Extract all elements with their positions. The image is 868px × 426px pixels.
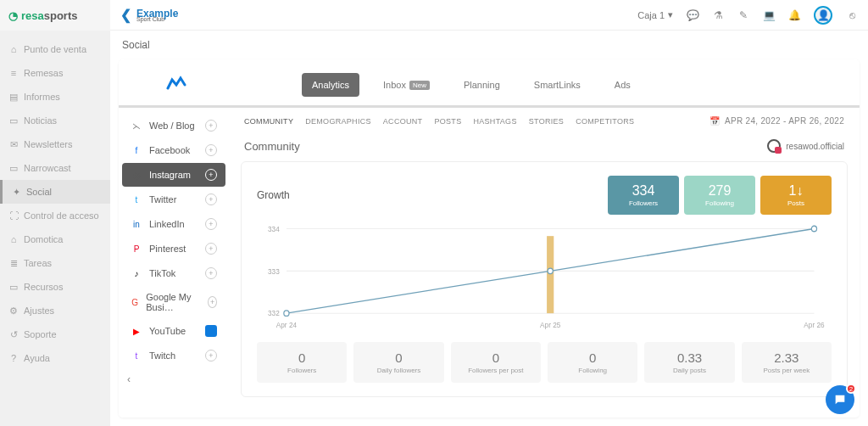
add-icon[interactable]: +: [205, 218, 217, 230]
page-title: Social: [110, 31, 868, 59]
channel-youtube[interactable]: ▶YouTube: [122, 319, 225, 343]
subtab-stories[interactable]: STORIES: [529, 117, 564, 126]
channel-pinterest[interactable]: PPinterest+: [122, 237, 225, 261]
add-icon[interactable]: +: [205, 267, 217, 279]
subtab-competitors[interactable]: COMPETITORS: [576, 117, 634, 126]
subtab-demographics[interactable]: DEMOGRAPHICS: [305, 117, 371, 126]
stat-card-following[interactable]: 279Following: [684, 176, 755, 215]
nav-item-remesas[interactable]: ≡Remesas: [0, 61, 110, 85]
mini-label: Daily posts: [673, 367, 706, 374]
nav-item-narrowcast[interactable]: ▭Narrowcast: [0, 156, 110, 180]
chat-widget[interactable]: 2: [826, 385, 854, 414]
channel-label: Twitter: [149, 194, 176, 205]
nav-item-social[interactable]: ✦Social: [0, 180, 110, 204]
data-point: [284, 311, 289, 317]
data-point: [548, 268, 553, 274]
subtab-posts[interactable]: POSTS: [434, 117, 461, 126]
pencil-icon[interactable]: ✎: [737, 9, 749, 21]
content: COMMUNITYDEMOGRAPHICSACCOUNTPOSTSHASHTAG…: [229, 108, 860, 418]
user-icon: 👤: [817, 9, 830, 21]
calendar-icon: 📅: [709, 116, 720, 126]
nav-icon: ✦: [11, 187, 21, 197]
tab-inbox[interactable]: InboxNew: [373, 73, 440, 97]
channel-icon: ◎: [131, 169, 142, 181]
mini-value: 0: [589, 350, 596, 365]
growth-panel-head: Growth 334Followers279Following1↓Posts: [257, 176, 832, 215]
channel-facebook[interactable]: fFacebook+: [122, 138, 225, 162]
subtab-hashtags[interactable]: HASHTAGS: [473, 117, 516, 126]
nav-label: Recursos: [24, 282, 63, 292]
dash-body: ⋋Web / Blog+fFacebook+◎Instagram+tTwitte…: [119, 108, 860, 418]
tab-planning[interactable]: Planning: [453, 73, 510, 97]
channel-label: Instagram: [149, 170, 191, 180]
add-icon[interactable]: +: [208, 296, 217, 308]
channel-label: Facebook: [149, 145, 190, 155]
dash-tabs: AnalyticsInboxNewPlanningSmartLinksAds: [119, 59, 860, 108]
stat-card-posts[interactable]: 1↓Posts: [760, 176, 832, 215]
flask-icon[interactable]: ⚗: [712, 9, 724, 21]
stat-label: Posts: [787, 199, 804, 207]
nav-icon: ▭: [8, 282, 19, 292]
caja-selector[interactable]: Caja 1▾: [637, 9, 673, 20]
channel-twitch[interactable]: tTwitch+: [122, 344, 225, 367]
logo-mark: ◔: [8, 9, 18, 22]
avatar[interactable]: 👤: [814, 6, 832, 25]
nav-icon: ≣: [8, 258, 19, 268]
nav-item-informes[interactable]: ▤Informes: [0, 85, 110, 109]
nav-item-ajustes[interactable]: ⚙Ajustes: [0, 299, 110, 322]
brand-name-2: sports: [44, 9, 78, 22]
nav-label: Social: [26, 187, 52, 197]
nav-label: Ayuda: [24, 353, 50, 363]
tab-ads[interactable]: Ads: [604, 73, 641, 97]
nav-item-control-de-acceso[interactable]: ⛶Control de acceso: [0, 204, 110, 227]
channel-linkedin[interactable]: inLinkedIn+: [122, 212, 225, 236]
nav-item-newsletters[interactable]: ✉Newsletters: [0, 132, 110, 156]
mini-value: 0.33: [677, 350, 702, 365]
nav-item-ayuda[interactable]: ?Ayuda: [0, 346, 110, 370]
logout-icon[interactable]: ⎋: [846, 9, 858, 21]
bell-icon[interactable]: 🔔: [788, 9, 800, 21]
add-icon[interactable]: +: [205, 120, 217, 132]
chat-icon[interactable]: 💬: [687, 9, 698, 21]
mini-stat-daily-followers: 0Daily followers: [353, 342, 443, 383]
mini-label: Followers: [287, 367, 316, 374]
add-icon[interactable]: +: [205, 350, 217, 362]
growth-title: Growth: [257, 189, 290, 201]
caja-label: Caja 1: [637, 10, 665, 20]
add-icon[interactable]: +: [205, 144, 217, 156]
account-badge[interactable]: resawod.official: [767, 139, 844, 153]
subtab-account[interactable]: ACCOUNT: [383, 117, 423, 126]
nav-item-recursos[interactable]: ▭Recursos: [0, 275, 110, 299]
nav-icon: ▭: [8, 115, 19, 126]
channel-google-my-busi-[interactable]: GGoogle My Busi…+: [122, 286, 225, 318]
nav-label: Noticias: [24, 115, 57, 126]
stat-card-followers[interactable]: 334Followers: [608, 176, 679, 215]
mini-value: 2.33: [774, 350, 798, 365]
nav-item-noticias[interactable]: ▭Noticias: [0, 109, 110, 132]
stat-value: 279: [709, 183, 732, 199]
nav-item-soporte[interactable]: ↺Soporte: [0, 322, 110, 346]
x-tick: Apr 26: [804, 321, 824, 329]
channel-label: TikTok: [149, 268, 175, 278]
channel-web-blog[interactable]: ⋋Web / Blog+: [122, 114, 225, 137]
subtab-community[interactable]: COMMUNITY: [244, 117, 293, 126]
tab-smartlinks[interactable]: SmartLinks: [524, 73, 591, 97]
channel-tiktok[interactable]: ♪TikTok+: [122, 261, 225, 285]
growth-panel: Growth 334Followers279Following1↓Posts 3…: [241, 161, 848, 397]
collapse-channels-button[interactable]: ‹: [119, 368, 229, 390]
add-icon[interactable]: +: [205, 169, 217, 181]
add-icon[interactable]: +: [205, 243, 217, 255]
date-range-picker[interactable]: 📅APR 24, 2022 - APR 26, 2022: [709, 116, 844, 126]
nav-item-domotica[interactable]: ⌂Domotica: [0, 227, 110, 251]
nav-label: Domotica: [24, 234, 63, 244]
tab-analytics[interactable]: Analytics: [302, 73, 359, 97]
nav-item-tareas[interactable]: ≣Tareas: [0, 251, 110, 275]
add-icon[interactable]: +: [205, 193, 217, 205]
channel-instagram[interactable]: ◎Instagram+: [122, 163, 225, 187]
nav-item-punto-de-venta[interactable]: ⌂Punto de venta: [0, 37, 110, 61]
laptop-icon[interactable]: 💻: [763, 9, 775, 21]
nav-label: Narrowcast: [24, 163, 71, 173]
org-sub: Sport Club: [136, 16, 178, 22]
data-point: [811, 226, 816, 232]
channel-twitter[interactable]: tTwitter+: [122, 188, 225, 211]
